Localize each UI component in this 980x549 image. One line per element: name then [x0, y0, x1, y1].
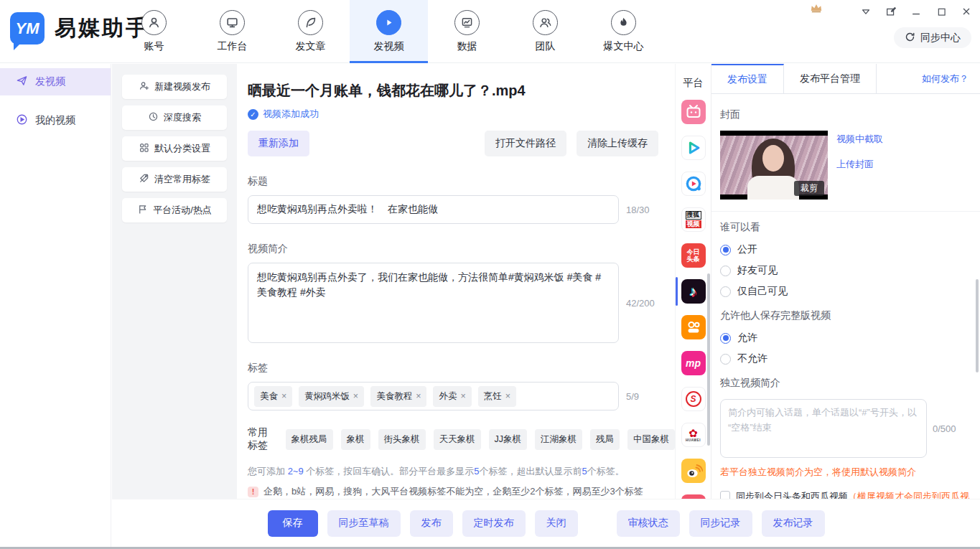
- title-input[interactable]: [248, 195, 619, 224]
- chart-icon: [454, 10, 480, 35]
- tags-input[interactable]: 美食× 黄焖鸡米饭× 美食教程× 外卖× 烹饪×: [248, 382, 619, 410]
- platform-dafeng-mp-icon[interactable]: mp: [681, 351, 706, 375]
- platform-activity-button[interactable]: 平台活动/热点: [122, 198, 227, 222]
- exclamation-icon: !: [248, 487, 258, 497]
- independent-desc-textarea[interactable]: [720, 399, 927, 458]
- paper-plane-icon: [16, 75, 28, 89]
- platform-weibo-icon[interactable]: [681, 459, 706, 483]
- publish-button[interactable]: 发布: [410, 510, 453, 537]
- review-status-button[interactable]: 审核状态: [617, 510, 680, 537]
- crop-badge[interactable]: 裁剪: [794, 181, 824, 196]
- independent-desc-note: 若平台独立视频简介为空，将使用默认视频简介: [720, 466, 971, 479]
- sync-center-button[interactable]: 同步中心: [894, 27, 971, 48]
- publish-records-button[interactable]: 发布记录: [762, 510, 825, 537]
- clear-common-tags-button[interactable]: 清空常用标签: [122, 167, 227, 192]
- platform-huawei-icon[interactable]: ✿ HUAWEI: [681, 423, 706, 447]
- save-option-allow[interactable]: 允许: [720, 332, 971, 344]
- sync-to-draft-button[interactable]: 同步至草稿: [327, 510, 401, 537]
- nav-item-post-article[interactable]: 发文章: [271, 0, 350, 63]
- radio-icon: [720, 286, 731, 297]
- nav-item-hot-center[interactable]: 爆文中心: [584, 0, 663, 63]
- new-video-publish-button[interactable]: 新建视频发布: [122, 75, 227, 99]
- video-filename: 晒最近一个月账单，钱都花在哪儿了？.mp4: [248, 81, 675, 100]
- common-tag[interactable]: 中国象棋: [627, 429, 675, 450]
- visibility-option-friends[interactable]: 好友可见: [720, 264, 971, 277]
- nav-item-team[interactable]: 团队: [506, 0, 584, 63]
- platform-sohu-video-icon[interactable]: 搜狐 视频: [681, 207, 706, 232]
- platform-douyin-icon[interactable]: ♪: [681, 279, 706, 304]
- remove-tag-icon[interactable]: ×: [460, 391, 465, 401]
- visibility-option-public[interactable]: 公开: [720, 243, 971, 256]
- cover-thumbnail[interactable]: 裁剪: [720, 131, 828, 200]
- refresh-icon: [905, 32, 915, 44]
- tags-label: 标签: [248, 362, 675, 375]
- dropdown-caret-icon[interactable]: [859, 5, 872, 18]
- workbench-icon: [220, 10, 245, 35]
- action-panel: 新建视频发布 深度搜索 默认分类设置 清空常用标签 平台活动/热点: [112, 64, 237, 499]
- maximize-icon[interactable]: [935, 5, 948, 18]
- remove-tag-icon[interactable]: ×: [505, 391, 510, 401]
- close-button[interactable]: 关闭: [535, 510, 578, 537]
- platform-tencent-video-icon[interactable]: [681, 136, 706, 160]
- remove-tag-icon[interactable]: ×: [416, 391, 421, 401]
- flame-icon: [611, 10, 636, 35]
- close-icon[interactable]: [960, 5, 973, 18]
- readd-video-button[interactable]: 重新添加: [248, 131, 309, 156]
- logo-icon: YM: [10, 12, 45, 44]
- platform-sina-icon[interactable]: S: [681, 387, 706, 411]
- check-circle-icon: ✓: [248, 109, 258, 120]
- huawei-flower-icon: ✿: [689, 428, 698, 438]
- title-label: 标题: [248, 175, 675, 188]
- radio-icon: [720, 266, 731, 276]
- minimize-icon[interactable]: [910, 5, 923, 18]
- tags-counter: 5/9: [626, 391, 639, 402]
- tab-platform-management[interactable]: 发布平台管理: [784, 64, 877, 93]
- sidebar-item-post-video[interactable]: 发视频: [0, 68, 111, 95]
- save-button[interactable]: 保存: [268, 510, 318, 537]
- common-tag[interactable]: JJ象棋: [489, 429, 528, 450]
- nav-item-workbench[interactable]: 工作台: [193, 0, 271, 63]
- description-textarea[interactable]: 想吃黄焖鸡别再点外卖了，我们在家也能做，方法很简单#黄焖鸡米饭 #美食 #美食教…: [248, 263, 619, 343]
- settings-body: 封面 裁剪 视频中截取 上传封面 谁可以看: [711, 94, 980, 516]
- platform-toutiao-icon[interactable]: 今日头条: [681, 243, 706, 268]
- nav-item-data[interactable]: 数据: [428, 0, 506, 63]
- platform-scrollbar-thumb[interactable]: [707, 273, 710, 446]
- footer-bar: 保存 同步至草稿 发布 定时发布 关闭 审核状态 同步记录 发布记录: [112, 499, 980, 547]
- sync-records-button[interactable]: 同步记录: [689, 510, 752, 537]
- clear-upload-cache-button[interactable]: 清除上传缓存: [577, 131, 658, 156]
- deep-search-button[interactable]: 深度搜索: [122, 105, 227, 130]
- platform-kuaishou-icon[interactable]: [681, 315, 706, 339]
- platform-bilibili-icon[interactable]: [681, 100, 706, 124]
- remove-tag-icon[interactable]: ×: [281, 391, 286, 401]
- upload-cover-link[interactable]: 上传封面: [836, 158, 883, 171]
- save-option-deny[interactable]: 不允许: [720, 352, 971, 365]
- common-tag[interactable]: 街头象棋: [378, 429, 426, 450]
- scheduled-publish-button[interactable]: 定时发布: [462, 510, 526, 537]
- common-tag[interactable]: 象棋: [341, 429, 370, 450]
- settings-scrollbar-thumb[interactable]: [976, 279, 979, 372]
- how-to-publish-link[interactable]: 如何发布？: [922, 72, 969, 85]
- screenshot-icon[interactable]: [885, 5, 897, 18]
- open-file-path-button[interactable]: 打开文件路径: [485, 131, 566, 156]
- common-tag[interactable]: 象棋残局: [286, 429, 333, 450]
- nav-item-account[interactable]: 账号: [115, 0, 193, 63]
- common-tag[interactable]: 江湖象棋: [535, 429, 582, 450]
- play-video-icon: [376, 10, 401, 35]
- platform-haokan-video-icon[interactable]: [681, 172, 706, 196]
- common-tags-label: 常用标签: [248, 426, 278, 452]
- app-header: YM 易媒助手 账号 工作台 发文章: [0, 0, 980, 63]
- tag-chip: 外卖×: [433, 386, 471, 407]
- sidebar-item-my-videos[interactable]: 我的视频: [0, 107, 111, 134]
- tab-publish-settings[interactable]: 发布设置: [711, 64, 784, 93]
- save-permission-label: 允许他人保存完整版视频: [720, 309, 971, 322]
- flag-icon: [137, 204, 148, 217]
- common-tag[interactable]: 天天象棋: [434, 429, 481, 450]
- nav-item-post-video[interactable]: 发视频: [350, 0, 428, 63]
- independent-desc-label: 独立视频简介: [720, 377, 971, 390]
- visibility-option-private[interactable]: 仅自己可见: [720, 285, 971, 298]
- common-tag[interactable]: 残局: [590, 429, 620, 450]
- window-controls: [859, 5, 973, 18]
- default-category-settings-button[interactable]: 默认分类设置: [122, 136, 227, 161]
- capture-from-video-link[interactable]: 视频中截取: [836, 133, 883, 146]
- remove-tag-icon[interactable]: ×: [353, 391, 358, 401]
